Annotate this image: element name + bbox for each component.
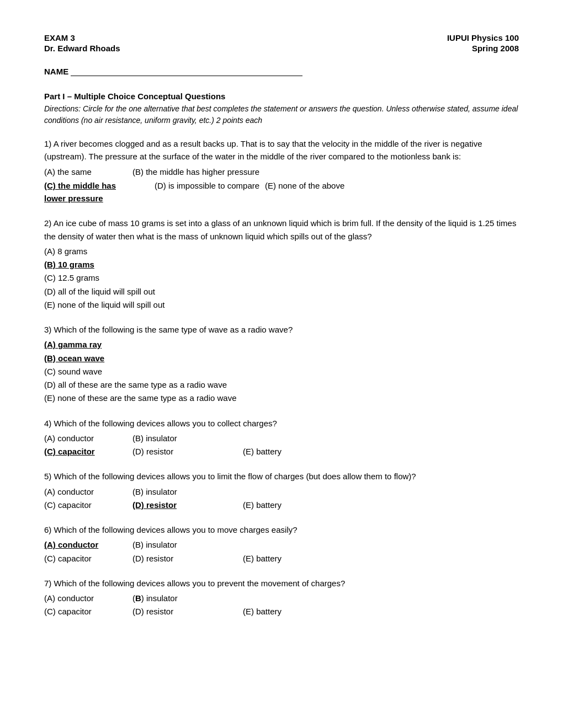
q4-row2: (C) capacitor (D) resistor (E) battery bbox=[44, 445, 519, 458]
instructor-name: Dr. Edward Rhoads bbox=[44, 44, 120, 53]
q5-row1: (A) conductor (B) insulator bbox=[44, 485, 519, 498]
q7-option-a: (A) conductor bbox=[44, 592, 132, 604]
exam-title: EXAM 3 bbox=[44, 33, 120, 42]
q3-option-b: (B) ocean wave bbox=[44, 352, 519, 365]
q4-option-d: (D) resistor bbox=[132, 445, 243, 458]
header-left: EXAM 3 Dr. Edward Rhoads bbox=[44, 33, 120, 53]
q6-option-a: (A) conductor bbox=[44, 538, 132, 551]
q2-option-a: (A) 8 grams bbox=[44, 245, 519, 258]
q7-option-b: (B) insulator bbox=[132, 592, 178, 604]
exam-header: EXAM 3 Dr. Edward Rhoads IUPUI Physics 1… bbox=[44, 33, 519, 53]
q6-option-c: (C) capacitor bbox=[44, 552, 132, 565]
q2-option-b: (B) 10 grams bbox=[44, 258, 519, 271]
question-2-options: (A) 8 grams (B) 10 grams (C) 12.5 grams … bbox=[44, 245, 519, 311]
header-right: IUPUI Physics 100 Spring 2008 bbox=[447, 33, 519, 53]
q7-option-e: (E) battery bbox=[243, 605, 282, 618]
name-field: NAME bbox=[44, 66, 519, 76]
q7-row2: (C) capacitor (D) resistor (E) battery bbox=[44, 605, 519, 618]
q1-option-c: (C) the middle has lower pressure bbox=[44, 179, 132, 205]
question-1-row1: (A) the same (B) the middle has higher p… bbox=[44, 165, 519, 178]
q2-option-d: (D) all of the liquid will spill out bbox=[44, 285, 519, 298]
question-5-options: (A) conductor (B) insulator (C) capacito… bbox=[44, 485, 519, 512]
course-name: IUPUI Physics 100 bbox=[447, 33, 519, 42]
q3-option-e: (E) none of these are the same type as a… bbox=[44, 392, 519, 404]
question-4-text: 4) Which of the following devices allows… bbox=[44, 417, 519, 430]
q1-option-a: (A) the same bbox=[44, 165, 132, 178]
question-2: 2) An ice cube of mass 10 grams is set i… bbox=[44, 217, 519, 311]
q1-option-d: (D) is impossible to compare bbox=[155, 179, 265, 205]
q2-option-c: (C) 12.5 grams bbox=[44, 271, 519, 284]
q6-option-b: (B) insulator bbox=[132, 538, 177, 551]
q5-option-b: (B) insulator bbox=[132, 485, 177, 498]
q3-option-d: (D) all of these are the same type as a … bbox=[44, 378, 519, 391]
question-1-row2: (C) the middle has lower pressure (D) is… bbox=[44, 179, 519, 205]
question-5: 5) Which of the following devices allows… bbox=[44, 470, 519, 511]
q6-row1: (A) conductor (B) insulator bbox=[44, 538, 519, 551]
q6-option-e: (E) battery bbox=[243, 552, 282, 565]
question-6: 6) Which of the following devices allows… bbox=[44, 523, 519, 565]
question-3-text: 3) Which of the following is the same ty… bbox=[44, 323, 519, 336]
q4-option-a: (A) conductor bbox=[44, 432, 132, 445]
question-7-text: 7) Which of the following devices allows… bbox=[44, 577, 519, 590]
q6-option-d: (D) resistor bbox=[132, 552, 243, 565]
q5-option-a: (A) conductor bbox=[44, 485, 132, 498]
question-4-options: (A) conductor (B) insulator (C) capacito… bbox=[44, 432, 519, 458]
q1-option-b: (B) the middle has higher pressure bbox=[132, 165, 259, 178]
q5-option-e: (E) battery bbox=[243, 499, 282, 511]
q3-option-a: (A) gamma ray bbox=[44, 338, 519, 351]
q6-row2: (C) capacitor (D) resistor (E) battery bbox=[44, 552, 519, 565]
q4-option-b: (B) insulator bbox=[132, 432, 177, 445]
q1-option-e: (E) none of the above bbox=[265, 179, 344, 205]
q7-row1: (A) conductor (B) insulator bbox=[44, 592, 519, 604]
question-6-options: (A) conductor (B) insulator (C) capacito… bbox=[44, 538, 519, 565]
question-5-text: 5) Which of the following devices allows… bbox=[44, 470, 519, 483]
q4-option-c: (C) capacitor bbox=[44, 445, 132, 458]
q4-option-e: (E) battery bbox=[243, 445, 282, 458]
part1-title: Part I – Multiple Choice Conceptual Ques… bbox=[44, 92, 519, 101]
question-2-text: 2) An ice cube of mass 10 grams is set i… bbox=[44, 217, 519, 243]
q7-option-c: (C) capacitor bbox=[44, 605, 132, 618]
q5-option-c: (C) capacitor bbox=[44, 499, 132, 511]
question-1: 1) A river becomes clogged and as a resu… bbox=[44, 137, 519, 205]
question-7-options: (A) conductor (B) insulator (C) capacito… bbox=[44, 592, 519, 618]
question-6-text: 6) Which of the following devices allows… bbox=[44, 523, 519, 536]
part1-directions: Directions: Circle for the one alternati… bbox=[44, 103, 519, 126]
question-7: 7) Which of the following devices allows… bbox=[44, 577, 519, 618]
q5-row2: (C) capacitor (D) resistor (E) battery bbox=[44, 499, 519, 511]
q4-row1: (A) conductor (B) insulator bbox=[44, 432, 519, 445]
question-4: 4) Which of the following devices allows… bbox=[44, 417, 519, 458]
question-3-options: (A) gamma ray (B) ocean wave (C) sound w… bbox=[44, 338, 519, 404]
question-1-text: 1) A river becomes clogged and as a resu… bbox=[44, 137, 519, 163]
question-3: 3) Which of the following is the same ty… bbox=[44, 323, 519, 405]
q3-option-c: (C) sound wave bbox=[44, 365, 519, 378]
q2-option-e: (E) none of the liquid will spill out bbox=[44, 298, 519, 311]
q5-option-d: (D) resistor bbox=[132, 499, 243, 511]
semester: Spring 2008 bbox=[447, 44, 519, 53]
q7-option-d: (D) resistor bbox=[132, 605, 243, 618]
